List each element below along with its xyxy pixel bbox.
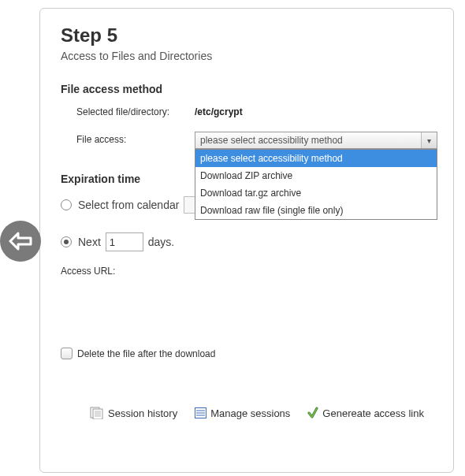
check-icon <box>307 407 318 419</box>
generate-link-button[interactable]: Genereate access link <box>307 407 424 419</box>
footer-links: Session history Manage sessions Genereat… <box>61 407 437 419</box>
file-access-option-targz[interactable]: Download tar.gz archive <box>195 184 437 202</box>
back-button[interactable] <box>0 221 41 262</box>
file-access-header: File access method <box>61 83 437 95</box>
chevron-down-icon: ▾ <box>421 132 437 148</box>
delete-after-checkbox[interactable] <box>61 348 73 359</box>
file-access-dropdown: please select accessibility method Downl… <box>195 149 437 220</box>
history-icon <box>90 407 104 419</box>
delete-after-label: Delete the file after the download <box>77 348 215 359</box>
days-input[interactable] <box>106 232 143 251</box>
radio-next-prefix: Next <box>78 236 101 248</box>
session-history-link[interactable]: Session history <box>90 407 177 419</box>
manage-sessions-label: Manage sessions <box>210 407 290 419</box>
selected-path-label: Selected file/directory: <box>76 106 195 117</box>
file-access-option-placeholder[interactable]: please select accessibility method <box>195 150 437 167</box>
arrow-left-icon <box>9 232 32 251</box>
file-access-select-value: please select accessibility method <box>200 135 343 146</box>
file-access-select[interactable]: please select accessibility method ▾ <box>195 132 437 149</box>
access-url-label: Access URL: <box>61 266 437 277</box>
radio-next-suffix: days. <box>148 236 174 248</box>
file-access-option-raw[interactable]: Download raw file (single file only) <box>195 202 437 219</box>
generate-link-label: Genereate access link <box>322 407 424 419</box>
step-subtitle: Access to Files and Directories <box>61 50 437 62</box>
list-icon <box>195 407 206 418</box>
file-access-label: File access: <box>76 134 195 145</box>
manage-sessions-link[interactable]: Manage sessions <box>195 407 290 419</box>
radio-next-days[interactable] <box>61 236 72 247</box>
selected-path-value: /etc/gcrypt <box>195 106 243 117</box>
session-history-label: Session history <box>108 407 177 419</box>
radio-calendar[interactable] <box>61 199 72 210</box>
wizard-panel: Step 5 Access to Files and Directories F… <box>39 8 454 473</box>
file-access-option-zip[interactable]: Download ZIP archive <box>195 167 437 184</box>
step-title: Step 5 <box>61 24 437 46</box>
selected-path-row: Selected file/directory: /etc/gcrypt <box>76 106 437 117</box>
radio-calendar-label: Select from calendar <box>78 199 179 211</box>
